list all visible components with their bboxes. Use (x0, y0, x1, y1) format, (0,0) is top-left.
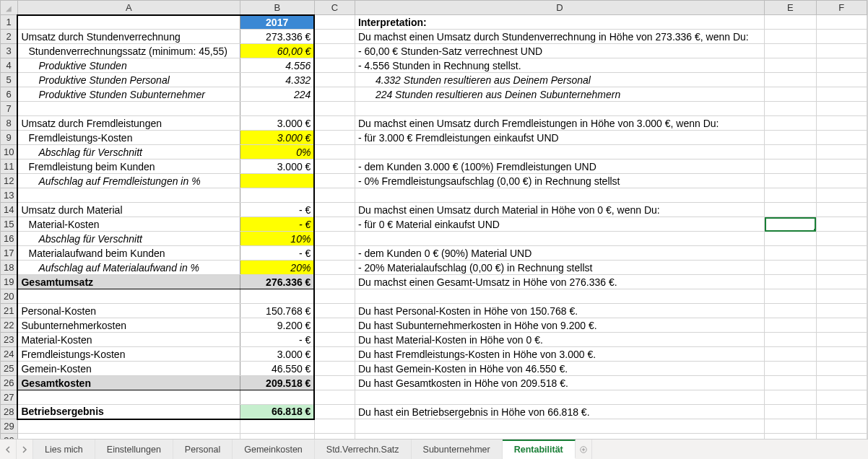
cell-A19[interactable]: Gesamtumsatz (17, 275, 240, 289)
cell-F8[interactable] (816, 116, 867, 131)
cell-A2[interactable]: Umsatz durch Stundenverrechnung (17, 30, 240, 44)
sheet-tab-std-verrechn-satz[interactable]: Std.Verrechn.Satz (315, 440, 412, 459)
cell-E2[interactable] (765, 30, 816, 44)
cell-B4[interactable]: 4.556 (240, 58, 314, 73)
row-header-25[interactable]: 25 (1, 362, 18, 376)
cell-E28[interactable] (765, 405, 816, 419)
cell-F13[interactable] (816, 188, 867, 203)
spreadsheet-grid-scroll[interactable]: ◢ABCDEF12017Interpretation:2Umsatz durch… (0, 0, 868, 439)
cell-A29[interactable] (17, 419, 240, 434)
cell-C16[interactable] (314, 232, 355, 246)
cell-D24[interactable]: Du hast Fremdleistungs-Kosten in Höhe vo… (355, 347, 764, 362)
cell-A5[interactable]: Produktive Stunden Personal (17, 73, 240, 87)
row-header-28[interactable]: 28 (1, 405, 18, 419)
row-header-4[interactable]: 4 (1, 58, 18, 73)
cell-A9[interactable]: Fremdleistungs-Kosten (17, 131, 240, 145)
col-header-C[interactable]: C (314, 1, 355, 15)
cell-D10[interactable] (355, 145, 764, 159)
cell-E29[interactable] (765, 419, 816, 434)
cell-C23[interactable] (314, 333, 355, 347)
cell-A20[interactable] (17, 289, 240, 304)
cell-B3[interactable]: 60,00 € (240, 44, 314, 58)
cell-C4[interactable] (314, 58, 355, 73)
cell-A17[interactable]: Materialaufwand beim Kunden (17, 246, 240, 261)
col-header-E[interactable]: E (765, 1, 816, 15)
cell-E10[interactable] (765, 145, 816, 159)
cell-E6[interactable] (765, 87, 816, 102)
cell-C18[interactable] (314, 261, 355, 275)
cell-D21[interactable]: Du hast Personal-Kosten in Höhe von 150.… (355, 304, 764, 318)
row-header-6[interactable]: 6 (1, 87, 18, 102)
cell-B27[interactable] (240, 390, 314, 405)
cell-C28[interactable] (314, 405, 355, 419)
sheet-tab-rentabilit-t[interactable]: Rentabilität (503, 440, 576, 459)
cell-B26[interactable]: 209.518 € (240, 376, 314, 390)
cell-D14[interactable]: Du machst einen Umsatz durch Material in… (355, 203, 764, 217)
cell-A26[interactable]: Gesamtkosten (17, 376, 240, 390)
col-header-F[interactable]: F (816, 1, 867, 15)
cell-B12[interactable] (240, 174, 314, 188)
cell-E8[interactable] (765, 116, 816, 131)
sheet-tab-personal[interactable]: Personal (173, 440, 233, 459)
row-header-23[interactable]: 23 (1, 333, 18, 347)
cell-B30[interactable] (240, 434, 314, 440)
cell-B18[interactable]: 20% (240, 261, 314, 275)
row-header-14[interactable]: 14 (1, 203, 18, 217)
row-header-10[interactable]: 10 (1, 145, 18, 159)
cell-F16[interactable] (816, 232, 867, 246)
cell-A14[interactable]: Umsatz durch Material (17, 203, 240, 217)
cell-B1[interactable]: 2017 (240, 15, 314, 30)
cell-F23[interactable] (816, 333, 867, 347)
cell-E16[interactable] (765, 232, 816, 246)
cell-B23[interactable]: - € (240, 333, 314, 347)
col-header-B[interactable]: B (240, 1, 314, 15)
cell-B2[interactable]: 273.336 € (240, 30, 314, 44)
cell-C13[interactable] (314, 188, 355, 203)
cell-D4[interactable]: - 4.556 Stunden in Rechnung stellst. (355, 58, 764, 73)
cell-A6[interactable]: Produktive Stunden Subunternehmer (17, 87, 240, 102)
cell-E30[interactable] (765, 434, 816, 440)
cell-A28[interactable]: Betriebsergebnis (17, 405, 240, 419)
cell-E9[interactable] (765, 131, 816, 145)
cell-B15[interactable]: - € (240, 217, 314, 232)
cell-C19[interactable] (314, 275, 355, 289)
cell-E5[interactable] (765, 73, 816, 87)
cell-E14[interactable] (765, 203, 816, 217)
cell-F14[interactable] (816, 203, 867, 217)
cell-C7[interactable] (314, 102, 355, 116)
cell-B19[interactable]: 276.336 € (240, 275, 314, 289)
cell-B6[interactable]: 224 (240, 87, 314, 102)
cell-E27[interactable] (765, 390, 816, 405)
cell-D19[interactable]: Du machst einen Gesamt-Umsatz in Höhe vo… (355, 275, 764, 289)
cell-C22[interactable] (314, 318, 355, 333)
cell-F24[interactable] (816, 347, 867, 362)
cell-D6[interactable]: 224 Stunden resultieren aus Deinen Subun… (355, 87, 764, 102)
cell-A12[interactable]: Aufschlag auf Fremdleistungen in % (17, 174, 240, 188)
cell-B24[interactable]: 3.000 € (240, 347, 314, 362)
cell-F10[interactable] (816, 145, 867, 159)
cell-F20[interactable] (816, 289, 867, 304)
cell-C8[interactable] (314, 116, 355, 131)
row-header-20[interactable]: 20 (1, 289, 18, 304)
cell-A8[interactable]: Umsatz durch Fremdleistungen (17, 116, 240, 131)
cell-E15[interactable] (765, 217, 816, 232)
row-header-22[interactable]: 22 (1, 318, 18, 333)
cell-D18[interactable]: - 20% Materialaufschlag (0,00 €) in Rech… (355, 261, 764, 275)
cell-B9[interactable]: 3.000 € (240, 131, 314, 145)
row-header-9[interactable]: 9 (1, 131, 18, 145)
cell-E7[interactable] (765, 102, 816, 116)
cell-F17[interactable] (816, 246, 867, 261)
cell-B25[interactable]: 46.550 € (240, 362, 314, 376)
cell-B22[interactable]: 9.200 € (240, 318, 314, 333)
cell-C11[interactable] (314, 159, 355, 174)
cell-E20[interactable] (765, 289, 816, 304)
cell-C10[interactable] (314, 145, 355, 159)
cell-E3[interactable] (765, 44, 816, 58)
cell-D28[interactable]: Du hast ein Betriebsergebnis in Höhe von… (355, 405, 764, 419)
cell-B13[interactable] (240, 188, 314, 203)
cell-D29[interactable] (355, 419, 764, 434)
cell-E23[interactable] (765, 333, 816, 347)
row-header-24[interactable]: 24 (1, 347, 18, 362)
cell-C15[interactable] (314, 217, 355, 232)
cell-B14[interactable]: - € (240, 203, 314, 217)
